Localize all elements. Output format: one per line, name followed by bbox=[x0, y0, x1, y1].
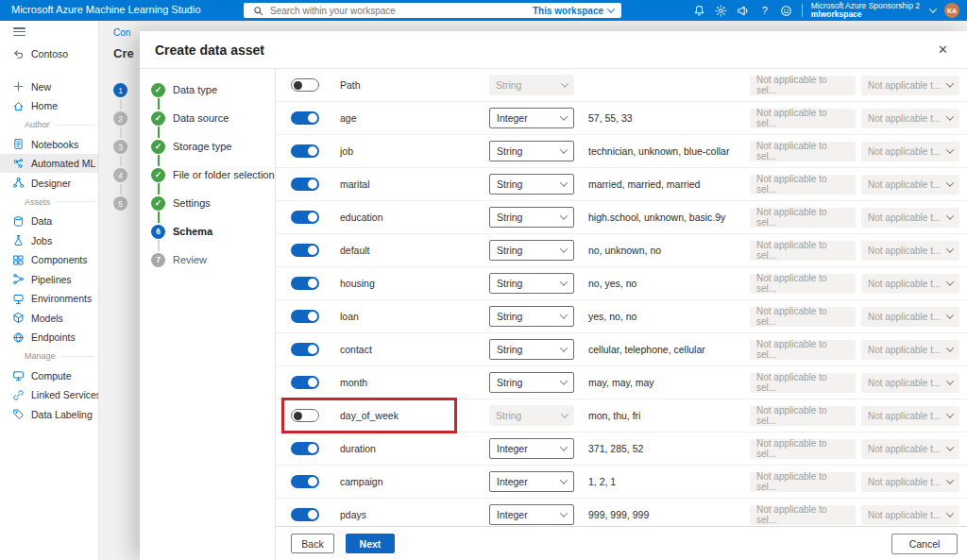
type-dropdown[interactable]: Integer bbox=[489, 108, 574, 128]
type-dropdown[interactable]: String bbox=[489, 372, 574, 393]
background-step-2: 2 bbox=[113, 111, 127, 126]
secondary-format-dropdown[interactable]: Not applicable t... bbox=[861, 109, 959, 128]
background-step-3: 3 bbox=[113, 140, 127, 154]
breadcrumb[interactable]: Con bbox=[113, 27, 130, 38]
secondary-format-dropdown[interactable]: Not applicable t... bbox=[861, 472, 959, 492]
format-dropdown-value: Not applicable to sel... bbox=[756, 108, 849, 128]
include-toggle[interactable] bbox=[291, 111, 319, 125]
secondary-format-dropdown[interactable]: Not applicable t... bbox=[861, 241, 959, 261]
include-toggle[interactable] bbox=[291, 442, 319, 455]
secondary-format-dropdown[interactable]: Not applicable t... bbox=[861, 406, 959, 426]
wizard-step-data-type[interactable]: ✓Data type bbox=[151, 82, 275, 97]
search-scope-dropdown[interactable]: This workspace bbox=[533, 6, 614, 16]
sidebar-item-data-labeling[interactable]: Data Labeling bbox=[0, 404, 98, 424]
include-toggle[interactable] bbox=[291, 310, 319, 323]
wizard-step-storage-type[interactable]: ✓Storage type bbox=[151, 139, 275, 154]
include-toggle[interactable] bbox=[291, 277, 319, 290]
include-toggle-cell bbox=[291, 178, 340, 191]
type-dropdown[interactable]: Integer bbox=[489, 438, 574, 459]
sidebar-item-new[interactable]: New bbox=[0, 76, 98, 96]
include-toggle[interactable] bbox=[291, 144, 319, 158]
type-dropdown[interactable]: String bbox=[489, 306, 574, 327]
include-toggle[interactable] bbox=[291, 343, 319, 356]
secondary-format-dropdown[interactable]: Not applicable t... bbox=[861, 373, 959, 393]
include-toggle[interactable] bbox=[291, 78, 319, 92]
type-dropdown[interactable]: Integer bbox=[489, 504, 574, 525]
account-menu[interactable]: Microsoft Azure Sponsorship 2 mlworkspac… bbox=[811, 2, 920, 20]
settings-gear-icon[interactable] bbox=[715, 4, 728, 17]
wizard-step-label: File or folder selection bbox=[173, 169, 275, 180]
secondary-format-dropdown[interactable]: Not applicable t... bbox=[861, 439, 959, 459]
feedback-smiley-icon[interactable] bbox=[780, 4, 793, 17]
close-icon[interactable]: ✕ bbox=[934, 41, 952, 59]
include-toggle[interactable] bbox=[291, 475, 319, 488]
wizard-step-file-or-folder-selection[interactable]: ✓File or folder selection bbox=[151, 167, 275, 182]
sidebar-item-designer[interactable]: Designer bbox=[0, 173, 98, 193]
sidebar-item-environments[interactable]: Environments bbox=[0, 289, 98, 309]
nav-section-text: Manage bbox=[25, 351, 56, 361]
wizard-step-review[interactable]: 7Review bbox=[151, 252, 275, 267]
workspace-search-box[interactable]: This workspace bbox=[244, 3, 621, 18]
secondary-format-dropdown[interactable]: Not applicable t... bbox=[861, 340, 959, 360]
include-toggle[interactable] bbox=[291, 376, 319, 389]
secondary-format-dropdown[interactable]: Not applicable t... bbox=[861, 208, 959, 228]
step-connector bbox=[158, 155, 160, 166]
automated-ml-icon bbox=[12, 158, 25, 170]
megaphone-icon[interactable] bbox=[737, 4, 750, 17]
sidebar-item-components[interactable]: Components bbox=[0, 250, 98, 270]
include-toggle[interactable] bbox=[291, 178, 319, 191]
sample-values: cellular, telephone, cellular bbox=[574, 344, 750, 355]
sidebar-item-linked-services[interactable]: Linked Services bbox=[0, 385, 98, 405]
sidebar-item-models[interactable]: Models bbox=[0, 308, 98, 328]
secondary-format-dropdown[interactable]: Not applicable t... bbox=[861, 307, 959, 327]
search-input[interactable] bbox=[270, 6, 527, 16]
secondary-format-dropdown[interactable]: Not applicable t... bbox=[861, 274, 959, 294]
azure-ml-studio-window: Microsoft Azure Machine Learning Studio … bbox=[0, 0, 967, 560]
workspace-switcher[interactable]: Contoso bbox=[0, 44, 98, 63]
sidebar-item-pipelines[interactable]: Pipelines bbox=[0, 269, 98, 289]
check-icon: ✓ bbox=[151, 111, 165, 126]
include-toggle[interactable] bbox=[291, 244, 319, 257]
secondary-format-dropdown[interactable]: Not applicable t... bbox=[861, 76, 959, 95]
include-toggle[interactable] bbox=[291, 409, 319, 422]
hamburger-menu-icon[interactable] bbox=[13, 27, 25, 36]
toggle-knob bbox=[308, 179, 317, 189]
avatar[interactable]: KA bbox=[944, 3, 959, 18]
sidebar-item-home[interactable]: Home bbox=[0, 96, 98, 116]
type-dropdown[interactable]: String bbox=[489, 141, 574, 161]
sidebar-item-endpoints[interactable]: Endpoints bbox=[0, 328, 98, 348]
wizard-step-settings[interactable]: ✓Settings bbox=[151, 195, 275, 211]
sidebar-item-data[interactable]: Data bbox=[0, 212, 98, 231]
type-dropdown[interactable]: String bbox=[489, 207, 574, 228]
format-dropdown: Not applicable to sel... bbox=[750, 340, 856, 360]
include-toggle[interactable] bbox=[291, 508, 319, 521]
sidebar-item-automated-ml[interactable]: Automated ML bbox=[0, 154, 98, 174]
type-dropdown[interactable]: String bbox=[489, 273, 574, 294]
back-button[interactable]: Back bbox=[291, 534, 334, 553]
type-dropdown[interactable]: String bbox=[489, 339, 574, 360]
include-toggle[interactable] bbox=[291, 211, 319, 224]
wizard-step-schema[interactable]: 6Schema bbox=[151, 224, 275, 239]
secondary-format-dropdown[interactable]: Not applicable t... bbox=[861, 142, 959, 161]
table-row-day_of_week: day_of_weekStringmon, thu, friNot applic… bbox=[276, 399, 967, 433]
schema-table: PathStringNot applicable to sel...Not ap… bbox=[276, 69, 967, 526]
sidebar-item-compute[interactable]: Compute bbox=[0, 365, 98, 385]
chevron-down-icon bbox=[946, 178, 954, 186]
secondary-format-dropdown[interactable]: Not applicable t... bbox=[861, 175, 959, 195]
notifications-bell-icon[interactable] bbox=[693, 4, 706, 17]
format-dropdown-value: Not applicable to sel... bbox=[756, 207, 849, 228]
type-dropdown[interactable]: String bbox=[489, 174, 574, 195]
wizard-step-data-source[interactable]: ✓Data source bbox=[151, 110, 275, 126]
type-dropdown[interactable]: Integer bbox=[489, 471, 574, 492]
sidebar-item-jobs[interactable]: Jobs bbox=[0, 230, 98, 250]
nav-list: NewHomeAuthorNotebooksAutomated MLDesign… bbox=[0, 76, 98, 424]
cancel-button[interactable]: Cancel bbox=[891, 534, 958, 554]
type-dropdown[interactable]: String bbox=[489, 240, 574, 261]
next-button[interactable]: Next bbox=[346, 534, 395, 553]
schema-content: PathStringNot applicable to sel...Not ap… bbox=[276, 69, 967, 560]
account-chevron-down-icon[interactable] bbox=[929, 5, 937, 12]
help-icon[interactable]: ? bbox=[758, 4, 772, 17]
secondary-format-dropdown[interactable]: Not applicable t... bbox=[861, 505, 959, 525]
format-dropdown: Not applicable to sel... bbox=[750, 109, 856, 128]
sidebar-item-notebooks[interactable]: Notebooks bbox=[0, 134, 98, 154]
